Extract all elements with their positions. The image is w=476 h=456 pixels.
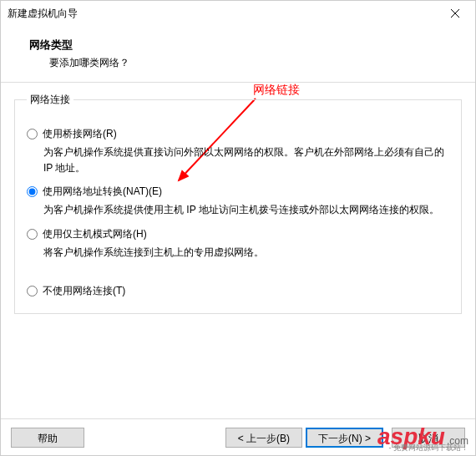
option-nat-desc: 为客户机操作系统提供使用主机 IP 地址访问主机拨号连接或外部以太网网络连接的权… <box>43 202 449 218</box>
cancel-button[interactable]: 取消 <box>392 428 465 448</box>
option-nat-text: 使用网络地址转换(NAT)(E) <box>43 185 162 199</box>
wizard-window: 新建虚拟机向导 网络类型 要添加哪类网络？ 网络链接 网络连接 使用桥接网络(R… <box>0 0 476 456</box>
radio-none[interactable] <box>27 286 38 296</box>
close-button[interactable] <box>437 2 473 25</box>
fieldset-legend: 网络连接 <box>27 93 73 107</box>
option-hostonly-desc: 将客户机操作系统连接到主机上的专用虚拟网络。 <box>43 245 449 261</box>
network-fieldset: 网络连接 使用桥接网络(R) 为客户机操作系统提供直接访问外部以太网网络的权限。… <box>14 93 462 314</box>
option-nat: 使用网络地址转换(NAT)(E) 为客户机操作系统提供使用主机 IP 地址访问主… <box>27 185 449 218</box>
radio-hostonly[interactable] <box>27 229 38 240</box>
option-hostonly-label[interactable]: 使用仅主机模式网络(H) <box>27 227 449 241</box>
window-title: 新建虚拟机向导 <box>8 7 437 21</box>
help-button[interactable]: 帮助 <box>11 428 84 448</box>
option-none: 不使用网络连接(T) <box>27 284 449 298</box>
option-none-label[interactable]: 不使用网络连接(T) <box>27 284 449 298</box>
option-none-text: 不使用网络连接(T) <box>43 284 125 298</box>
wizard-footer: 帮助 < 上一步(B) 下一步(N) > 取消 <box>1 418 475 455</box>
option-bridged-text: 使用桥接网络(R) <box>43 127 117 141</box>
option-bridged-label[interactable]: 使用桥接网络(R) <box>27 127 449 141</box>
wizard-header: 网络类型 要添加哪类网络？ <box>1 26 475 82</box>
option-hostonly-text: 使用仅主机模式网络(H) <box>43 227 147 241</box>
back-button[interactable]: < 上一步(B) <box>225 428 302 448</box>
option-nat-label[interactable]: 使用网络地址转换(NAT)(E) <box>27 185 449 199</box>
wizard-body: 网络链接 网络连接 使用桥接网络(R) 为客户机操作系统提供直接访问外部以太网网… <box>1 82 475 441</box>
close-icon <box>451 9 459 18</box>
radio-bridged[interactable] <box>27 129 38 139</box>
titlebar: 新建虚拟机向导 <box>1 1 475 26</box>
option-hostonly: 使用仅主机模式网络(H) 将客户机操作系统连接到主机上的专用虚拟网络。 <box>27 227 449 261</box>
next-button[interactable]: 下一步(N) > <box>306 428 383 448</box>
radio-nat[interactable] <box>27 186 38 197</box>
page-subtitle: 要添加哪类网络？ <box>49 56 467 70</box>
page-title: 网络类型 <box>29 38 467 53</box>
option-bridged: 使用桥接网络(R) 为客户机操作系统提供直接访问外部以太网网络的权限。客户机在外… <box>27 127 449 176</box>
option-bridged-desc: 为客户机操作系统提供直接访问外部以太网网络的权限。客户机在外部网络上必须有自己的… <box>43 144 449 176</box>
